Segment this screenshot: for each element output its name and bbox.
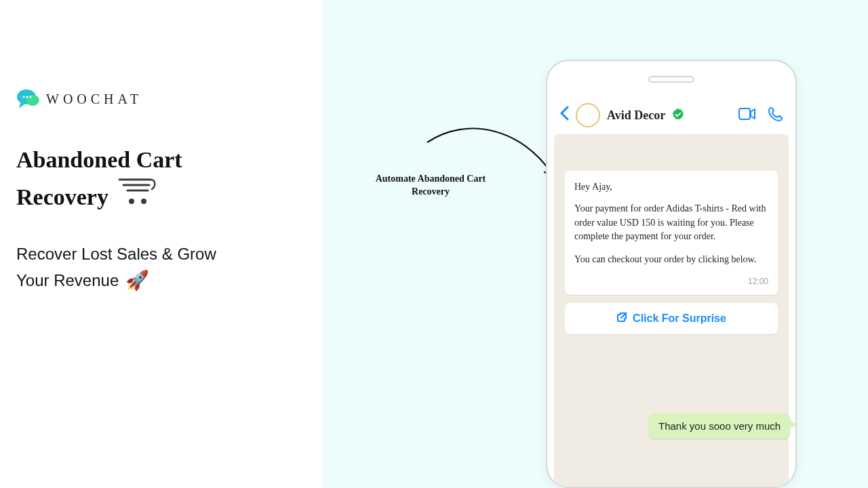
chat-body: Hey Ajay, Your payment for order Adidas … bbox=[554, 134, 789, 487]
arrow-annotation: Automate Abandoned Cart Recovery bbox=[359, 173, 502, 199]
incoming-timestamp: 12:00 bbox=[574, 276, 768, 287]
phone-speaker bbox=[648, 76, 694, 83]
outgoing-message-row: Thank you sooo very much 12:06 ✓✓ bbox=[649, 413, 797, 439]
svg-point-3 bbox=[26, 96, 28, 98]
external-link-icon bbox=[616, 312, 627, 325]
brand-logo: WOOCHAT bbox=[16, 88, 309, 110]
headline-line2: Recovery bbox=[16, 180, 108, 214]
chat-bubble-icon bbox=[16, 88, 38, 110]
svg-point-2 bbox=[22, 96, 24, 98]
cta-label: Click For Surprise bbox=[633, 312, 726, 325]
marketing-copy-panel: WOOCHAT Abandoned Cart Recovery Re bbox=[0, 0, 322, 488]
incoming-body-1: Your payment for order Adidas T-shirts -… bbox=[574, 202, 768, 243]
subhead-line2: Your Revenue bbox=[16, 268, 119, 293]
incoming-body-2: You can checkout your order by clicking … bbox=[574, 253, 768, 266]
contact-name[interactable]: Avid Decor bbox=[607, 108, 665, 123]
svg-point-4 bbox=[29, 96, 31, 98]
phone-mockup: Avid Decor Hey Ajay, Your payment for or… bbox=[546, 60, 797, 488]
phone-call-icon[interactable] bbox=[768, 106, 783, 124]
cart-icon bbox=[118, 177, 159, 216]
outgoing-message: Thank you sooo very much bbox=[649, 413, 790, 439]
svg-point-8 bbox=[129, 199, 134, 204]
subheadline: Recover Lost Sales & Grow Your Revenue 🚀 bbox=[16, 242, 309, 295]
rocket-icon: 🚀 bbox=[125, 266, 149, 295]
incoming-greeting: Hey Ajay, bbox=[574, 180, 768, 194]
svg-point-9 bbox=[141, 199, 146, 204]
subhead-line1: Recover Lost Sales & Grow bbox=[16, 242, 309, 266]
back-icon[interactable] bbox=[559, 106, 569, 125]
cta-button[interactable]: Click For Surprise bbox=[565, 303, 778, 334]
headline: Abandoned Cart Recovery bbox=[16, 142, 309, 216]
video-call-icon[interactable] bbox=[738, 108, 756, 123]
brand-name: WOOCHAT bbox=[46, 92, 142, 107]
contact-avatar[interactable] bbox=[576, 103, 600, 127]
incoming-message: Hey Ajay, Your payment for order Adidas … bbox=[565, 171, 778, 295]
outgoing-text: Thank you sooo very much bbox=[658, 420, 781, 432]
headline-line1: Abandoned Cart bbox=[16, 142, 309, 177]
verified-badge-icon bbox=[672, 108, 684, 123]
chat-header: Avid Decor bbox=[553, 99, 790, 131]
svg-rect-10 bbox=[739, 108, 750, 119]
